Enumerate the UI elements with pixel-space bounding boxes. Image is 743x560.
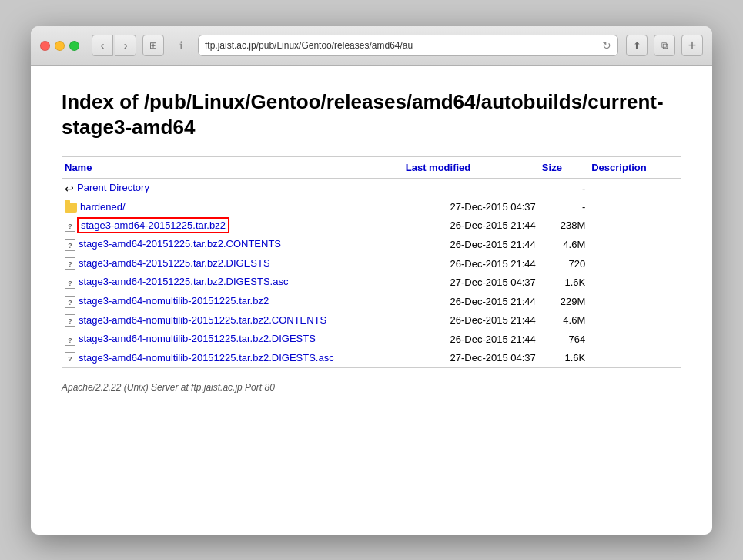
file-modified: 26-Dec-2015 21:44 — [403, 330, 539, 349]
traffic-lights — [40, 41, 79, 51]
col-header-size: Size — [539, 157, 588, 179]
maximize-button[interactable] — [69, 41, 79, 51]
title-bar: ‹ › ⊞ ℹ ↻ ⬆ ⧉ + — [31, 26, 712, 66]
file-link-6[interactable]: stage3-amd64-nomultilib-20151225.tar.bz2 — [79, 295, 269, 307]
file-icon: ? — [65, 334, 75, 346]
file-modified: 26-Dec-2015 21:44 — [403, 311, 539, 330]
file-modified: 27-Dec-2015 04:37 — [403, 273, 539, 292]
sort-by-modified-link[interactable]: Last modified — [406, 162, 471, 173]
file-description — [588, 198, 681, 216]
file-link-1[interactable]: hardened/ — [80, 201, 126, 213]
new-tab-button[interactable]: ⧉ — [654, 35, 675, 56]
folder-icon — [65, 203, 77, 213]
table-row: ?stage3-amd64-20151225.tar.bz226-Dec-201… — [62, 216, 681, 236]
sort-by-description-link[interactable]: Description — [591, 162, 647, 173]
file-modified — [403, 179, 539, 198]
share-button[interactable]: ⬆ — [626, 35, 648, 56]
file-size: 4.6M — [539, 311, 588, 330]
page-content: Index of /pub/Linux/Gentoo/releases/amd6… — [31, 66, 712, 535]
file-link-4[interactable]: stage3-amd64-20151225.tar.bz2.DIGESTS — [79, 257, 270, 269]
file-modified: 26-Dec-2015 21:44 — [403, 235, 539, 254]
plus-icon: + — [688, 38, 697, 54]
file-size: 229M — [539, 292, 588, 311]
back-button[interactable]: ‹ — [92, 35, 113, 56]
info-icon: ℹ — [179, 39, 183, 52]
forward-icon: › — [124, 39, 128, 52]
file-size: 1.6K — [539, 349, 588, 368]
back-folder-icon: ↩ — [65, 183, 74, 195]
file-modified: 26-Dec-2015 21:44 — [403, 254, 539, 273]
add-tab-button[interactable]: + — [681, 35, 703, 56]
file-description — [588, 292, 681, 311]
file-link-7[interactable]: stage3-amd64-nomultilib-20151225.tar.bz2… — [79, 314, 326, 326]
file-icon: ? — [65, 277, 75, 289]
refresh-button[interactable]: ↻ — [602, 39, 611, 52]
table-row: hardened/27-Dec-2015 04:37- — [62, 198, 681, 216]
share-icon: ⬆ — [633, 40, 641, 52]
address-bar-container: ↻ — [198, 35, 618, 56]
table-row: ?stage3-amd64-20151225.tar.bz2.CONTENTS2… — [62, 235, 681, 254]
file-description — [588, 235, 681, 254]
table-row: ?stage3-amd64-20151225.tar.bz2.DIGESTS.a… — [62, 273, 681, 292]
file-modified: 27-Dec-2015 04:37 — [403, 349, 539, 368]
file-description — [588, 311, 681, 330]
file-description — [588, 254, 681, 273]
file-description — [588, 349, 681, 368]
table-row: ?stage3-amd64-nomultilib-20151225.tar.bz… — [62, 311, 681, 330]
file-link-0[interactable]: Parent Directory — [77, 182, 149, 193]
file-icon: ? — [65, 296, 75, 308]
tab-overview-icon: ⊞ — [149, 40, 157, 51]
file-link-2[interactable]: stage3-amd64-20151225.tar.bz2 — [79, 219, 228, 232]
file-link-8[interactable]: stage3-amd64-nomultilib-20151225.tar.bz2… — [79, 333, 316, 344]
file-size: - — [539, 179, 588, 198]
col-header-name: Name — [62, 157, 403, 179]
file-icon: ? — [65, 220, 75, 232]
tabs-icon: ⧉ — [661, 40, 668, 51]
browser-window: ‹ › ⊞ ℹ ↻ ⬆ ⧉ + Index of /pub/Linux/Gent… — [31, 26, 712, 535]
file-modified: 26-Dec-2015 21:44 — [403, 292, 539, 311]
file-size: 764 — [539, 330, 588, 349]
reader-button[interactable]: ℹ — [170, 35, 192, 56]
file-description — [588, 273, 681, 292]
file-modified: 27-Dec-2015 04:37 — [403, 198, 539, 216]
file-icon: ? — [65, 314, 75, 327]
back-icon: ‹ — [101, 39, 105, 52]
file-size: 720 — [539, 254, 588, 273]
file-size: 238M — [539, 216, 588, 236]
file-description — [588, 179, 681, 198]
file-icon: ? — [65, 257, 75, 270]
table-row: ↩Parent Directory- — [62, 179, 681, 198]
page-title: Index of /pub/Linux/Gentoo/releases/amd6… — [62, 89, 681, 142]
file-link-3[interactable]: stage3-amd64-20151225.tar.bz2.CONTENTS — [79, 238, 281, 250]
server-footer: Apache/2.2.22 (Unix) Server at ftp.jaist… — [62, 382, 681, 393]
table-separator-row — [62, 368, 681, 375]
close-button[interactable] — [40, 41, 50, 51]
sort-by-size-link[interactable]: Size — [542, 162, 562, 173]
col-header-modified: Last modified — [403, 157, 539, 179]
file-description — [588, 216, 681, 236]
file-link-5[interactable]: stage3-amd64-20151225.tar.bz2.DIGESTS.as… — [79, 276, 288, 287]
col-header-description: Description — [588, 157, 681, 179]
file-table: Name Last modified Size Description ↩Par… — [62, 156, 681, 374]
file-icon: ? — [65, 239, 75, 251]
nav-buttons: ‹ › — [92, 35, 136, 56]
tab-overview-button[interactable]: ⊞ — [142, 35, 164, 56]
file-link-9[interactable]: stage3-amd64-nomultilib-20151225.tar.bz2… — [79, 352, 334, 364]
table-row: ?stage3-amd64-nomultilib-20151225.tar.bz… — [62, 349, 681, 368]
file-size: 4.6M — [539, 235, 588, 254]
minimize-button[interactable] — [55, 41, 65, 51]
file-modified: 26-Dec-2015 21:44 — [403, 216, 539, 236]
table-row: ?stage3-amd64-nomultilib-20151225.tar.bz… — [62, 330, 681, 349]
address-input[interactable] — [205, 40, 597, 51]
table-row: ?stage3-amd64-20151225.tar.bz2.DIGESTS26… — [62, 254, 681, 273]
file-size: - — [539, 198, 588, 216]
file-description — [588, 330, 681, 349]
table-row: ?stage3-amd64-nomultilib-20151225.tar.bz… — [62, 292, 681, 311]
file-icon: ? — [65, 352, 75, 364]
forward-button[interactable]: › — [115, 35, 136, 56]
table-header-row: Name Last modified Size Description — [62, 157, 681, 179]
file-size: 1.6K — [539, 273, 588, 292]
sort-by-name-link[interactable]: Name — [65, 162, 92, 173]
